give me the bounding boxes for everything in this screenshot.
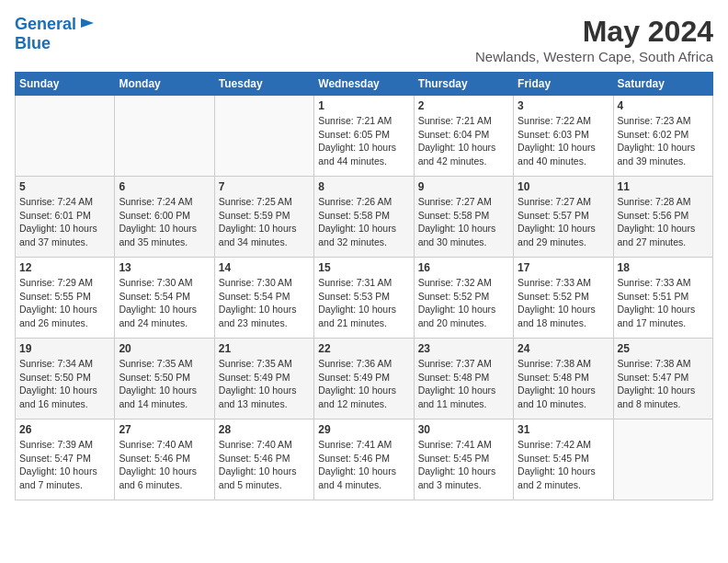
calendar-cell	[214, 96, 313, 177]
day-number: 19	[19, 342, 110, 355]
day-info: Sunrise: 7:22 AM Sunset: 6:03 PM Dayligh…	[518, 114, 609, 168]
day-number: 10	[518, 180, 609, 193]
calendar-cell: 3Sunrise: 7:22 AM Sunset: 6:03 PM Daylig…	[514, 96, 613, 177]
calendar-cell: 10Sunrise: 7:27 AM Sunset: 5:57 PM Dayli…	[514, 177, 613, 258]
calendar-cell: 11Sunrise: 7:28 AM Sunset: 5:56 PM Dayli…	[613, 177, 712, 258]
day-number: 7	[219, 180, 310, 193]
day-info: Sunrise: 7:33 AM Sunset: 5:51 PM Dayligh…	[618, 276, 709, 330]
day-info: Sunrise: 7:21 AM Sunset: 6:04 PM Dayligh…	[418, 114, 509, 168]
calendar-header-row: SundayMondayTuesdayWednesdayThursdayFrid…	[16, 73, 713, 96]
day-info: Sunrise: 7:42 AM Sunset: 5:45 PM Dayligh…	[518, 438, 609, 492]
calendar-table: SundayMondayTuesdayWednesdayThursdayFrid…	[15, 72, 713, 500]
day-info: Sunrise: 7:30 AM Sunset: 5:54 PM Dayligh…	[119, 276, 210, 330]
calendar-cell: 15Sunrise: 7:31 AM Sunset: 5:53 PM Dayli…	[314, 258, 414, 339]
day-info: Sunrise: 7:29 AM Sunset: 5:55 PM Dayligh…	[19, 276, 110, 330]
day-info: Sunrise: 7:21 AM Sunset: 6:05 PM Dayligh…	[318, 114, 409, 168]
title-block: May 2024 Newlands, Western Cape, South A…	[475, 15, 713, 64]
day-info: Sunrise: 7:40 AM Sunset: 5:46 PM Dayligh…	[219, 438, 310, 492]
day-info: Sunrise: 7:24 AM Sunset: 6:01 PM Dayligh…	[19, 195, 110, 249]
calendar-header-thursday: Thursday	[414, 73, 513, 96]
calendar-week-row: 5Sunrise: 7:24 AM Sunset: 6:01 PM Daylig…	[16, 177, 713, 258]
calendar-cell: 13Sunrise: 7:30 AM Sunset: 5:54 PM Dayli…	[115, 258, 214, 339]
calendar-week-row: 26Sunrise: 7:39 AM Sunset: 5:47 PM Dayli…	[16, 419, 713, 500]
day-info: Sunrise: 7:28 AM Sunset: 5:56 PM Dayligh…	[618, 195, 709, 249]
logo: General Blue	[15, 15, 96, 53]
calendar-header-monday: Monday	[115, 73, 214, 96]
calendar-cell	[613, 419, 712, 500]
calendar-header-sunday: Sunday	[16, 73, 115, 96]
logo-text-general: General	[15, 16, 76, 34]
calendar-week-row: 1Sunrise: 7:21 AM Sunset: 6:05 PM Daylig…	[16, 96, 713, 177]
calendar-cell: 24Sunrise: 7:38 AM Sunset: 5:48 PM Dayli…	[514, 339, 613, 419]
page-header: General Blue May 2024 Newlands, Western …	[15, 15, 713, 64]
day-info: Sunrise: 7:37 AM Sunset: 5:48 PM Dayligh…	[418, 357, 509, 411]
day-info: Sunrise: 7:34 AM Sunset: 5:50 PM Dayligh…	[19, 357, 110, 411]
day-number: 23	[418, 342, 509, 355]
day-info: Sunrise: 7:35 AM Sunset: 5:49 PM Dayligh…	[219, 357, 310, 411]
calendar-header-friday: Friday	[514, 73, 613, 96]
day-number: 5	[19, 180, 110, 193]
day-info: Sunrise: 7:39 AM Sunset: 5:47 PM Dayligh…	[19, 438, 110, 492]
month-title: May 2024	[475, 15, 713, 49]
calendar-cell: 31Sunrise: 7:42 AM Sunset: 5:45 PM Dayli…	[514, 419, 613, 500]
calendar-cell: 21Sunrise: 7:35 AM Sunset: 5:49 PM Dayli…	[214, 339, 313, 419]
calendar-cell: 14Sunrise: 7:30 AM Sunset: 5:54 PM Dayli…	[214, 258, 313, 339]
calendar-cell: 1Sunrise: 7:21 AM Sunset: 6:05 PM Daylig…	[314, 96, 414, 177]
calendar-header-tuesday: Tuesday	[214, 73, 313, 96]
day-number: 12	[19, 261, 110, 274]
calendar-cell: 17Sunrise: 7:33 AM Sunset: 5:52 PM Dayli…	[514, 258, 613, 339]
calendar-header-wednesday: Wednesday	[314, 73, 414, 96]
day-number: 2	[418, 99, 509, 112]
calendar-cell: 2Sunrise: 7:21 AM Sunset: 6:04 PM Daylig…	[414, 96, 513, 177]
logo-arrow-icon	[79, 15, 96, 31]
day-number: 18	[618, 261, 709, 274]
day-info: Sunrise: 7:30 AM Sunset: 5:54 PM Dayligh…	[219, 276, 310, 330]
day-number: 8	[318, 180, 409, 193]
day-number: 4	[618, 99, 709, 112]
day-number: 22	[318, 342, 409, 355]
day-info: Sunrise: 7:38 AM Sunset: 5:47 PM Dayligh…	[618, 357, 709, 411]
day-info: Sunrise: 7:25 AM Sunset: 5:59 PM Dayligh…	[219, 195, 310, 249]
calendar-cell: 7Sunrise: 7:25 AM Sunset: 5:59 PM Daylig…	[214, 177, 313, 258]
day-number: 1	[318, 99, 409, 112]
day-info: Sunrise: 7:36 AM Sunset: 5:49 PM Dayligh…	[318, 357, 409, 411]
day-number: 6	[119, 180, 210, 193]
calendar-cell: 18Sunrise: 7:33 AM Sunset: 5:51 PM Dayli…	[613, 258, 712, 339]
day-info: Sunrise: 7:33 AM Sunset: 5:52 PM Dayligh…	[518, 276, 609, 330]
day-number: 28	[219, 423, 310, 436]
svg-marker-0	[81, 18, 94, 28]
day-info: Sunrise: 7:26 AM Sunset: 5:58 PM Dayligh…	[318, 195, 409, 249]
day-number: 31	[518, 423, 609, 436]
calendar-cell: 22Sunrise: 7:36 AM Sunset: 5:49 PM Dayli…	[314, 339, 414, 419]
calendar-cell	[115, 96, 214, 177]
calendar-cell: 16Sunrise: 7:32 AM Sunset: 5:52 PM Dayli…	[414, 258, 513, 339]
calendar-cell: 28Sunrise: 7:40 AM Sunset: 5:46 PM Dayli…	[214, 419, 313, 500]
day-number: 30	[418, 423, 509, 436]
calendar-week-row: 19Sunrise: 7:34 AM Sunset: 5:50 PM Dayli…	[16, 339, 713, 419]
day-number: 29	[318, 423, 409, 436]
calendar-cell: 6Sunrise: 7:24 AM Sunset: 6:00 PM Daylig…	[115, 177, 214, 258]
day-info: Sunrise: 7:27 AM Sunset: 5:58 PM Dayligh…	[418, 195, 509, 249]
day-number: 26	[19, 423, 110, 436]
day-number: 9	[418, 180, 509, 193]
calendar-cell: 26Sunrise: 7:39 AM Sunset: 5:47 PM Dayli…	[16, 419, 115, 500]
calendar-cell: 27Sunrise: 7:40 AM Sunset: 5:46 PM Dayli…	[115, 419, 214, 500]
day-info: Sunrise: 7:38 AM Sunset: 5:48 PM Dayligh…	[518, 357, 609, 411]
day-info: Sunrise: 7:41 AM Sunset: 5:45 PM Dayligh…	[418, 438, 509, 492]
day-number: 11	[618, 180, 709, 193]
day-number: 17	[518, 261, 609, 274]
calendar-cell: 23Sunrise: 7:37 AM Sunset: 5:48 PM Dayli…	[414, 339, 513, 419]
calendar-cell: 8Sunrise: 7:26 AM Sunset: 5:58 PM Daylig…	[314, 177, 414, 258]
calendar-cell: 25Sunrise: 7:38 AM Sunset: 5:47 PM Dayli…	[613, 339, 712, 419]
day-number: 13	[119, 261, 210, 274]
calendar-cell: 5Sunrise: 7:24 AM Sunset: 6:01 PM Daylig…	[16, 177, 115, 258]
calendar-cell: 30Sunrise: 7:41 AM Sunset: 5:45 PM Dayli…	[414, 419, 513, 500]
day-number: 16	[418, 261, 509, 274]
day-info: Sunrise: 7:32 AM Sunset: 5:52 PM Dayligh…	[418, 276, 509, 330]
day-number: 27	[119, 423, 210, 436]
calendar-cell: 9Sunrise: 7:27 AM Sunset: 5:58 PM Daylig…	[414, 177, 513, 258]
calendar-cell: 20Sunrise: 7:35 AM Sunset: 5:50 PM Dayli…	[115, 339, 214, 419]
day-number: 21	[219, 342, 310, 355]
day-number: 15	[318, 261, 409, 274]
calendar-header-saturday: Saturday	[613, 73, 712, 96]
